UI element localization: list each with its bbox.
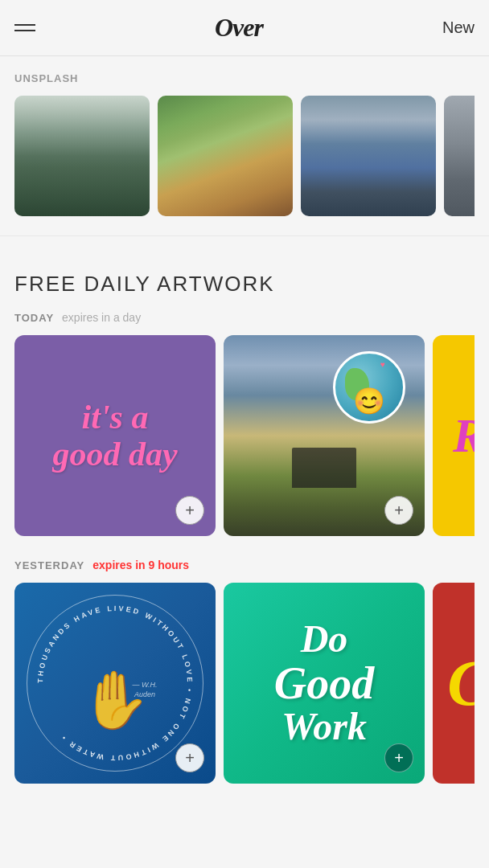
artwork-card-its-a-good-day[interactable]: it's agood day + — [14, 335, 216, 536]
yesterday-artwork-row: THOUSANDS HAVE LIVED WITHOUT LOVE • NOT … — [14, 583, 475, 784]
artwork-text-red: C — [447, 651, 475, 715]
circle-text-container: THOUSANDS HAVE LIVED WITHOUT LOVE • NOT … — [27, 595, 203, 772]
today-expires: expires in a day — [62, 311, 141, 324]
free-daily-section: FREE DAILY ARTWORK TODAY expires in a da… — [0, 256, 489, 784]
add-button-its-a-good-day[interactable]: + — [175, 496, 204, 525]
artwork-text-its-a-good-day: it's agood day — [44, 391, 185, 481]
unsplash-row — [14, 96, 475, 216]
today-artwork-row: it's agood day + ♥ + R — [14, 335, 475, 536]
unsplash-thumb-forest[interactable] — [14, 96, 150, 216]
yesterday-label: YESTERDAY — [14, 559, 84, 571]
menu-button[interactable] — [14, 24, 35, 31]
unsplash-thumb-rock[interactable] — [444, 96, 475, 216]
divider-1 — [0, 235, 489, 236]
free-daily-title: FREE DAILY ARTWORK — [14, 272, 475, 297]
today-header: TODAY expires in a day — [14, 311, 475, 324]
artwork-text-yellow: R — [453, 411, 475, 460]
yesterday-expires: expires in 9 hours — [92, 559, 189, 571]
add-button-globe-nature[interactable]: + — [384, 496, 413, 525]
artwork-card-globe-nature[interactable]: ♥ + — [224, 335, 425, 536]
new-button[interactable]: New — [442, 18, 475, 37]
app-title: Over — [215, 13, 263, 43]
globe-hearts: ♥ — [380, 360, 385, 369]
artwork-card-yellow[interactable]: R — [433, 335, 475, 536]
add-button-water-quote[interactable]: + — [175, 743, 204, 772]
globe-sticker: ♥ — [333, 351, 405, 424]
unsplash-section: UNSPLASH — [0, 56, 489, 216]
artwork-text-do-good-work: Do Good Work — [266, 611, 382, 755]
yesterday-header: YESTERDAY expires in 9 hours — [14, 559, 475, 571]
app-header: Over New — [0, 0, 489, 56]
artwork-card-water-quote[interactable]: THOUSANDS HAVE LIVED WITHOUT LOVE • NOT … — [14, 583, 216, 784]
artwork-card-do-good-work[interactable]: Do Good Work + — [224, 583, 425, 784]
unsplash-thumb-boat[interactable] — [301, 96, 436, 216]
unsplash-thumb-knitting[interactable] — [158, 96, 293, 216]
unsplash-label: UNSPLASH — [14, 72, 475, 84]
add-button-do-good-work[interactable]: + — [384, 743, 413, 772]
circle-border — [27, 595, 203, 772]
today-label: TODAY — [14, 312, 54, 324]
artwork-card-red[interactable]: C — [433, 583, 475, 784]
